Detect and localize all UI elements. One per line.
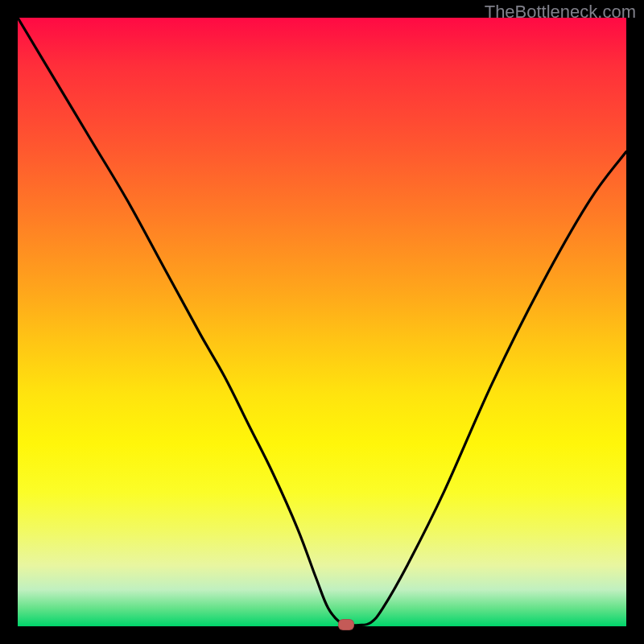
- chart-frame: TheBottleneck.com: [0, 0, 644, 644]
- optimal-marker: [338, 619, 354, 630]
- plot-area: [18, 18, 626, 626]
- bottleneck-curve: [18, 18, 626, 626]
- watermark: TheBottleneck.com: [485, 2, 636, 23]
